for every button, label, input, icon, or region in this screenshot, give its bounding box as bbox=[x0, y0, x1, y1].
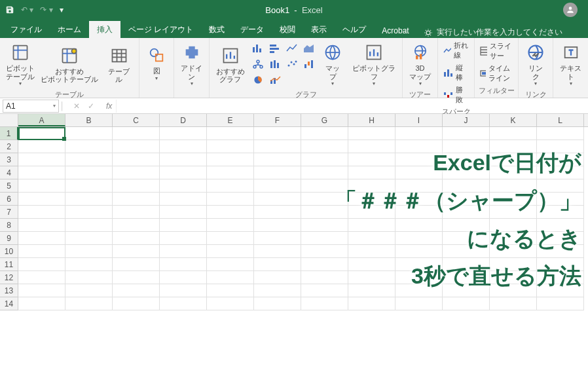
tab-insert[interactable]: 挿入 bbox=[89, 21, 120, 38]
cell[interactable] bbox=[537, 219, 584, 232]
cell[interactable] bbox=[65, 245, 113, 258]
cell[interactable] bbox=[395, 193, 443, 206]
statistic-chart-icon[interactable] bbox=[267, 57, 283, 71]
cell[interactable] bbox=[301, 271, 348, 284]
cell[interactable] bbox=[490, 206, 537, 219]
cell[interactable] bbox=[395, 219, 443, 232]
cell[interactable] bbox=[18, 166, 65, 179]
row-header[interactable]: 5 bbox=[0, 179, 18, 193]
cell[interactable] bbox=[537, 193, 584, 206]
tab-formulas[interactable]: 数式 bbox=[201, 21, 232, 38]
cell[interactable] bbox=[490, 271, 537, 284]
cell[interactable] bbox=[65, 140, 113, 153]
column-header[interactable]: H bbox=[348, 114, 395, 126]
cell[interactable] bbox=[443, 271, 490, 284]
text-button[interactable]: テキス ト▾ bbox=[556, 39, 585, 89]
tab-acrobat[interactable]: Acrobat bbox=[374, 23, 416, 38]
cell[interactable] bbox=[395, 127, 443, 140]
cell[interactable] bbox=[348, 127, 395, 140]
enter-formula-icon[interactable]: ✓ bbox=[88, 102, 94, 111]
line-chart-icon[interactable] bbox=[284, 41, 300, 56]
cell[interactable] bbox=[443, 297, 490, 310]
cell[interactable] bbox=[113, 179, 160, 193]
cell[interactable] bbox=[301, 140, 348, 153]
cell[interactable] bbox=[301, 297, 348, 310]
cell[interactable] bbox=[348, 193, 395, 206]
cell[interactable] bbox=[254, 245, 301, 258]
cell[interactable] bbox=[113, 245, 160, 258]
cell[interactable] bbox=[254, 166, 301, 179]
cell[interactable] bbox=[254, 206, 301, 219]
cell[interactable] bbox=[490, 140, 537, 153]
cell[interactable] bbox=[490, 232, 537, 245]
cell[interactable] bbox=[65, 166, 113, 179]
cell[interactable] bbox=[65, 206, 113, 219]
cell[interactable] bbox=[18, 193, 65, 206]
cell[interactable] bbox=[443, 166, 490, 179]
cell[interactable] bbox=[160, 140, 207, 153]
cell[interactable] bbox=[65, 127, 113, 140]
row-header[interactable]: 1 bbox=[0, 127, 18, 140]
cell[interactable] bbox=[160, 271, 207, 284]
cell[interactable] bbox=[443, 140, 490, 153]
cells-area[interactable] bbox=[18, 127, 588, 310]
cell[interactable] bbox=[160, 206, 207, 219]
cell[interactable] bbox=[490, 219, 537, 232]
cell[interactable] bbox=[65, 271, 113, 284]
cell[interactable] bbox=[207, 271, 254, 284]
row-header[interactable]: 8 bbox=[0, 219, 18, 232]
row-header[interactable]: 7 bbox=[0, 206, 18, 219]
cell[interactable] bbox=[490, 258, 537, 271]
cell[interactable] bbox=[65, 258, 113, 271]
row-header[interactable]: 14 bbox=[0, 297, 18, 310]
tab-home[interactable]: ホーム bbox=[50, 21, 89, 38]
column-header[interactable]: B bbox=[65, 114, 113, 126]
user-avatar[interactable] bbox=[563, 3, 578, 17]
row-header[interactable]: 4 bbox=[0, 166, 18, 179]
cell[interactable] bbox=[395, 179, 443, 193]
cell[interactable] bbox=[207, 232, 254, 245]
cell[interactable] bbox=[348, 284, 395, 297]
cell[interactable] bbox=[18, 127, 65, 140]
row-header[interactable]: 13 bbox=[0, 284, 18, 297]
cell[interactable] bbox=[490, 297, 537, 310]
cell[interactable] bbox=[254, 297, 301, 310]
sparkline-column-button[interactable]: 縦棒 bbox=[441, 62, 471, 84]
cell[interactable] bbox=[18, 219, 65, 232]
cell[interactable] bbox=[443, 127, 490, 140]
recommended-pivot-button[interactable]: おすすめ ピボットテーブル bbox=[39, 43, 100, 86]
cell[interactable] bbox=[537, 271, 584, 284]
cell[interactable] bbox=[207, 258, 254, 271]
cell[interactable] bbox=[443, 179, 490, 193]
column-header[interactable]: G bbox=[301, 114, 348, 126]
cell[interactable] bbox=[537, 166, 584, 179]
cell[interactable] bbox=[113, 232, 160, 245]
cell[interactable] bbox=[301, 127, 348, 140]
cell[interactable] bbox=[490, 245, 537, 258]
cell[interactable] bbox=[18, 153, 65, 166]
cell[interactable] bbox=[254, 193, 301, 206]
cell[interactable] bbox=[160, 219, 207, 232]
cell[interactable] bbox=[301, 258, 348, 271]
cell[interactable] bbox=[160, 127, 207, 140]
cell[interactable] bbox=[65, 232, 113, 245]
cell[interactable] bbox=[348, 179, 395, 193]
tab-data[interactable]: データ bbox=[232, 21, 272, 38]
cell[interactable] bbox=[207, 206, 254, 219]
cell[interactable] bbox=[443, 258, 490, 271]
cell[interactable] bbox=[301, 179, 348, 193]
cell[interactable] bbox=[207, 284, 254, 297]
cell[interactable] bbox=[254, 284, 301, 297]
row-header[interactable]: 2 bbox=[0, 140, 18, 153]
pie-chart-icon[interactable] bbox=[250, 73, 266, 87]
cell[interactable] bbox=[490, 284, 537, 297]
cell[interactable] bbox=[65, 179, 113, 193]
recommended-charts-button[interactable]: おすすめ グラフ bbox=[212, 43, 249, 86]
row-header[interactable]: 6 bbox=[0, 193, 18, 206]
cell[interactable] bbox=[490, 166, 537, 179]
cell[interactable] bbox=[254, 232, 301, 245]
cell[interactable] bbox=[301, 219, 348, 232]
column-header[interactable]: E bbox=[207, 114, 254, 126]
save-icon[interactable] bbox=[5, 5, 14, 14]
cell[interactable] bbox=[348, 206, 395, 219]
